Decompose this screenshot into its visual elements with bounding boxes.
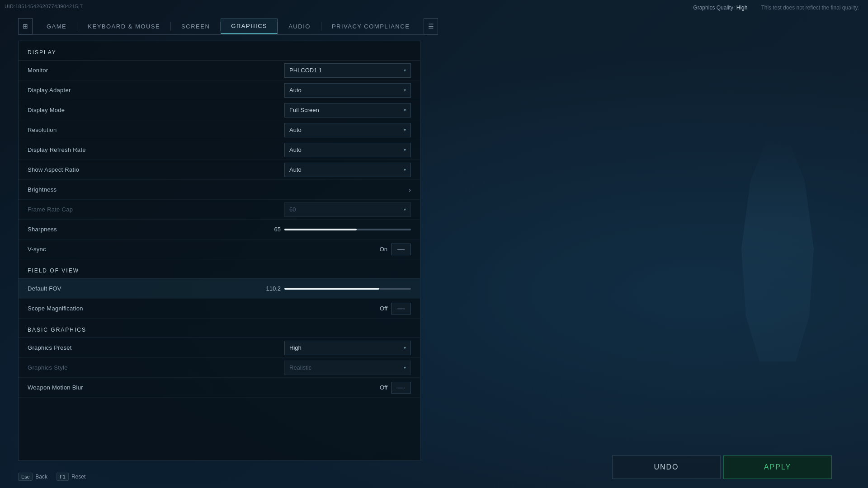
setting-row-graphics-style: Graphics Style Realistic ▾	[19, 358, 420, 378]
setting-row-weapon-blur: Weapon Motion Blur Off —	[19, 378, 420, 398]
default-fov-track	[284, 288, 411, 290]
setting-row-aspect-ratio: Show Aspect Ratio Auto ▾	[19, 160, 420, 180]
quality-value: High	[736, 5, 748, 11]
uid-display: UID:185145426207743904215|T	[5, 4, 83, 9]
aspect-ratio-value: Auto	[289, 166, 302, 173]
aspect-ratio-arrow: ▾	[404, 167, 406, 172]
display-mode-arrow: ▾	[404, 108, 406, 113]
sharpness-slider[interactable]	[284, 227, 411, 232]
vsync-toggle-button[interactable]: —	[391, 244, 411, 255]
scope-mag-toggle-group: Off —	[374, 303, 411, 314]
scope-mag-state-label: Off	[374, 305, 387, 312]
monitor-label: Monitor	[28, 67, 284, 74]
weapon-blur-state-label: Off	[374, 384, 387, 391]
sharpness-track	[284, 229, 411, 230]
resolution-dropdown[interactable]: Auto ▾	[284, 123, 411, 137]
frame-rate-cap-label: Frame Rate Cap	[28, 206, 284, 213]
display-adapter-dropdown[interactable]: Auto ▾	[284, 83, 411, 98]
section-basic-graphics-title: BASIC GRAPHICS	[19, 319, 420, 338]
scope-mag-toggle-button[interactable]: —	[391, 303, 411, 314]
brightness-chevron-right-icon: ›	[409, 186, 411, 193]
display-mode-value: Full Screen	[289, 107, 319, 113]
vsync-toggle-group: On —	[374, 244, 411, 255]
refresh-rate-value: Auto	[289, 146, 302, 153]
resolution-arrow: ▾	[404, 127, 406, 132]
graphics-style-value: Realistic	[289, 364, 311, 371]
setting-row-brightness: Brightness ›	[19, 180, 420, 200]
setting-row-sharpness: Sharpness 65	[19, 220, 420, 239]
graphics-style-arrow: ▾	[404, 365, 406, 370]
action-buttons: UNDO APPLY	[612, 455, 832, 479]
reset-key-badge: F1	[57, 473, 69, 481]
vsync-label: V-sync	[28, 246, 374, 253]
display-mode-label: Display Mode	[28, 107, 284, 113]
setting-row-frame-rate-cap: Frame Rate Cap 60 ▾	[19, 200, 420, 220]
default-fov-label: Default FOV	[28, 285, 266, 292]
sharpness-value: 65	[274, 226, 281, 233]
graphics-style-label: Graphics Style	[28, 364, 284, 371]
refresh-rate-arrow: ▾	[404, 147, 406, 152]
setting-row-display-adapter: Display Adapter Auto ▾	[19, 80, 420, 100]
scope-mag-label: Scope Magnification	[28, 305, 374, 312]
graphics-preset-dropdown[interactable]: High ▾	[284, 341, 411, 355]
default-fov-fill-dim	[379, 288, 411, 290]
nav-icon-right[interactable]: ☰	[424, 18, 438, 34]
resolution-value: Auto	[289, 127, 302, 133]
weapon-blur-label: Weapon Motion Blur	[28, 384, 374, 391]
sharpness-label: Sharpness	[28, 226, 274, 233]
setting-row-default-fov: Default FOV 110.2	[19, 279, 420, 299]
setting-row-monitor: Monitor PHLCOD1 1 ▾	[19, 61, 420, 80]
graphics-preset-value: High	[289, 344, 302, 351]
frame-rate-cap-value: 60	[289, 206, 296, 213]
tab-screen[interactable]: SCREEN	[171, 19, 220, 33]
aspect-ratio-label: Show Aspect Ratio	[28, 166, 284, 173]
default-fov-fill	[284, 288, 379, 290]
setting-row-refresh-rate: Display Refresh Rate Auto ▾	[19, 140, 420, 160]
setting-row-graphics-preset: Graphics Preset High ▾	[19, 338, 420, 358]
back-button[interactable]: Esc Back	[18, 473, 47, 481]
quality-label: Graphics Quality:	[693, 5, 735, 11]
reset-label: Reset	[71, 474, 85, 480]
display-adapter-value: Auto	[289, 87, 302, 94]
tab-privacy[interactable]: PRIVACY COMPLIANCE	[321, 19, 420, 33]
monitor-value: PHLCOD1 1	[289, 67, 322, 74]
resolution-label: Resolution	[28, 127, 284, 133]
section-display-title: DISPLAY	[19, 41, 420, 61]
refresh-rate-dropdown[interactable]: Auto ▾	[284, 143, 411, 157]
weapon-blur-toggle-button[interactable]: —	[391, 382, 411, 394]
aspect-ratio-dropdown[interactable]: Auto ▾	[284, 163, 411, 177]
graphics-preset-label: Graphics Preset	[28, 344, 284, 351]
sharpness-fill	[284, 229, 357, 230]
back-key-badge: Esc	[18, 473, 33, 481]
navigation-tabs: ⊞ GAME KEYBOARD & MOUSE SCREEN GRAPHICS …	[18, 18, 438, 35]
setting-row-resolution: Resolution Auto ▾	[19, 120, 420, 140]
brightness-label: Brightness	[28, 186, 284, 193]
setting-row-scope-mag: Scope Magnification Off —	[19, 299, 420, 319]
tab-keyboard[interactable]: KEYBOARD & MOUSE	[77, 19, 170, 33]
test-note: This test does not reflect the final qua…	[761, 5, 859, 11]
display-adapter-arrow: ▾	[404, 88, 406, 93]
tab-audio[interactable]: AUDIO	[278, 19, 321, 33]
brightness-arrow-container[interactable]: ›	[284, 186, 411, 193]
graphics-preset-arrow: ▾	[404, 345, 406, 350]
tab-game[interactable]: GAME	[36, 19, 77, 33]
vsync-state-label: On	[374, 246, 387, 253]
default-fov-value: 110.2	[266, 285, 281, 292]
tab-graphics[interactable]: GRAPHICS	[221, 19, 278, 34]
setting-row-vsync: V-sync On —	[19, 239, 420, 259]
display-mode-dropdown[interactable]: Full Screen ▾	[284, 103, 411, 117]
section-fov-title: FIELD OF VIEW	[19, 259, 420, 279]
undo-button[interactable]: UNDO	[612, 455, 721, 479]
nav-icon-left[interactable]: ⊞	[18, 18, 33, 34]
settings-panel: DISPLAY Monitor PHLCOD1 1 ▾ Display Adap…	[18, 41, 420, 461]
reset-button[interactable]: F1 Reset	[57, 473, 85, 481]
display-adapter-label: Display Adapter	[28, 87, 284, 94]
monitor-dropdown[interactable]: PHLCOD1 1 ▾	[284, 63, 411, 78]
quality-bar: Graphics Quality: High This test does no…	[693, 5, 859, 11]
default-fov-slider[interactable]	[284, 286, 411, 291]
vsync-toggle-icon: —	[397, 245, 405, 253]
frame-rate-cap-dropdown: 60 ▾	[284, 202, 411, 217]
apply-button[interactable]: APPLY	[723, 455, 832, 479]
weapon-blur-toggle-icon: —	[397, 384, 405, 392]
monitor-arrow: ▾	[404, 68, 406, 73]
